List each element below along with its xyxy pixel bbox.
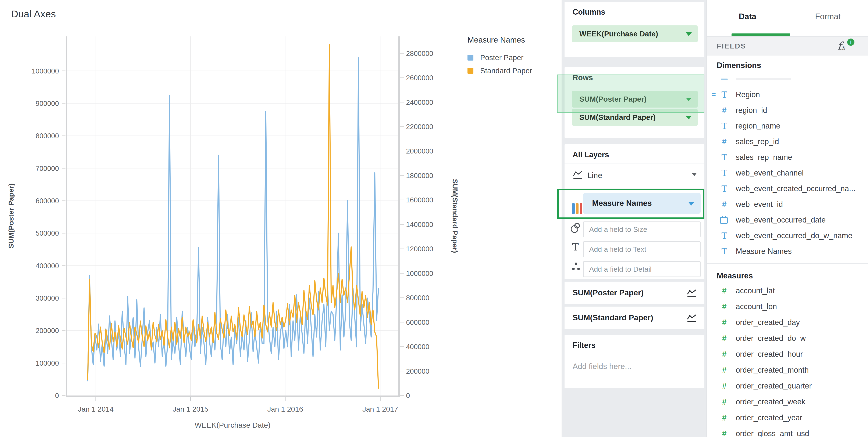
text-icon: T — [720, 153, 729, 162]
field-item-order-gloss-amt-usd[interactable]: #order_gloss_amt_usd — [707, 426, 868, 437]
field-item-web-event-channel[interactable]: Tweb_event_channel — [707, 165, 868, 181]
field-label: web_event_occurred_do_w_name — [736, 231, 852, 240]
chevron-down-icon[interactable] — [688, 202, 694, 206]
size-encoding-icon — [569, 221, 582, 234]
mark-type-select[interactable]: Line — [587, 171, 602, 180]
filters-header: Filters — [572, 341, 595, 350]
field-item-order-created-month[interactable]: #order_created_month — [707, 362, 868, 378]
field-item-account-lat[interactable]: #account_lat — [707, 283, 868, 299]
field-label: Measure Names — [736, 247, 792, 256]
detail-field-input[interactable] — [583, 261, 701, 277]
chevron-down-icon[interactable] — [686, 116, 692, 120]
number-icon: # — [720, 429, 729, 437]
pill-label: WEEK(Purchase Date) — [579, 25, 658, 42]
field-item-order-created-week[interactable]: #order_created_week — [707, 394, 868, 410]
field-label: region_id — [736, 106, 767, 115]
svg-text:100000: 100000 — [36, 359, 59, 367]
field-label: Region — [736, 90, 760, 99]
text-icon: T — [720, 168, 729, 178]
layer-field-sum-standard-paper[interactable]: SUM(Standard Paper) — [564, 307, 704, 329]
number-icon: # — [720, 302, 729, 311]
dimensions-header: Dimensions — [717, 61, 761, 70]
layer-field-label: SUM(Standard Paper) — [572, 307, 653, 329]
size-field-input[interactable] — [583, 222, 701, 237]
field-item-web-event-created-occurred-na-[interactable]: Tweb_event_created_occurred_na... — [707, 181, 868, 197]
field-item-partial[interactable] — [707, 71, 868, 87]
tab-format[interactable]: Format — [788, 0, 868, 33]
field-item-order-created-day[interactable]: #order_created_day — [707, 315, 868, 330]
legend-swatch — [467, 68, 473, 74]
legend-item[interactable]: Poster Paper — [467, 53, 557, 62]
field-item-order-created-hour[interactable]: #order_created_hour — [707, 346, 868, 362]
field-item-order-created-do-w[interactable]: #order_created_do_w — [707, 331, 868, 346]
legend-item[interactable]: Standard Paper — [467, 66, 557, 75]
text-icon: T — [720, 231, 729, 240]
field-label: order_created_week — [736, 397, 805, 406]
svg-text:500000: 500000 — [36, 229, 59, 237]
text-icon: T — [720, 90, 729, 100]
number-icon: # — [720, 413, 729, 423]
chevron-down-icon[interactable] — [692, 173, 697, 176]
svg-text:600000: 600000 — [406, 318, 429, 326]
line-chart-icon — [687, 313, 697, 323]
legend-title: Measure Names — [467, 36, 557, 44]
fields-section-label: FIELDS — [717, 37, 746, 55]
number-icon: # — [720, 318, 729, 327]
field-item-sales-rep-name[interactable]: Tsales_rep_name — [707, 149, 868, 165]
field-label: order_created_month — [736, 366, 809, 374]
field-item-web-event-id[interactable]: #web_event_id — [707, 197, 868, 212]
columns-pill-week-purchase-date[interactable]: WEEK(Purchase Date) — [572, 25, 698, 42]
all-layers-header: All Layers — [572, 150, 609, 159]
field-item-region-id[interactable]: #region_id — [707, 102, 868, 118]
section-divider — [707, 263, 868, 264]
svg-text:SUM(Standard Paper): SUM(Standard Paper) — [451, 179, 459, 253]
field-item-account-lon[interactable]: #account_lon — [707, 299, 868, 314]
field-item-measure-names[interactable]: TMeasure Names — [707, 243, 868, 259]
svg-text:700000: 700000 — [36, 165, 59, 172]
calendar-icon — [720, 215, 729, 225]
svg-text:Jan 1 2015: Jan 1 2015 — [173, 405, 208, 413]
svg-text:1400000: 1400000 — [406, 221, 433, 229]
svg-text:300000: 300000 — [36, 294, 59, 302]
svg-text:1800000: 1800000 — [406, 172, 433, 179]
tab-data[interactable]: Data — [707, 0, 788, 33]
field-label: order_created_year — [736, 413, 802, 422]
text-field-input[interactable] — [583, 241, 701, 257]
svg-text:Jan 1 2017: Jan 1 2017 — [362, 405, 398, 413]
legend: Measure Names Poster PaperStandard Paper — [467, 36, 557, 79]
svg-text:2400000: 2400000 — [406, 98, 433, 106]
detail-encoding-icon — [572, 262, 581, 271]
filters-drop-target[interactable]: Add fields here... — [572, 362, 631, 371]
legend-label: Standard Paper — [480, 66, 532, 75]
chevron-down-icon[interactable] — [686, 32, 692, 36]
field-item-order-created-quarter[interactable]: #order_created_quarter — [707, 378, 868, 394]
filters-shelf: Filters Add fields here... — [564, 335, 704, 388]
layer-field-sum-poster-paper[interactable]: SUM(Poster Paper) — [564, 281, 704, 304]
svg-text:2000000: 2000000 — [406, 147, 433, 155]
number-icon: # — [720, 137, 729, 146]
field-item-region[interactable]: =TRegion — [707, 87, 868, 102]
number-icon: # — [720, 200, 729, 209]
field-label: order_created_hour — [736, 350, 803, 359]
field-item-web-event-occurred-do-w-name[interactable]: Tweb_event_occurred_do_w_name — [707, 228, 868, 243]
field-label: web_event_created_occurred_na... — [736, 184, 855, 193]
number-icon: # — [720, 366, 729, 375]
svg-text:2800000: 2800000 — [406, 49, 433, 57]
number-icon: # — [720, 286, 729, 295]
field-item-sales-rep-id[interactable]: #sales_rep_id — [707, 134, 868, 149]
svg-text:1200000: 1200000 — [406, 245, 433, 253]
field-item-region-name[interactable]: Tregion_name — [707, 118, 868, 134]
columns-shelf-header: Columns — [572, 8, 605, 16]
field-item-order-created-year[interactable]: #order_created_year — [707, 410, 868, 426]
text-icon: T — [720, 121, 729, 131]
add-calculated-field-button[interactable]: fx + — [837, 38, 855, 54]
field-label: sales_rep_name — [736, 153, 792, 162]
rows-shelf-highlight — [557, 74, 704, 113]
svg-text:400000: 400000 — [36, 262, 59, 270]
color-pill-measure-names[interactable]: Measure Names — [583, 193, 701, 214]
field-item-web-event-occurred-date[interactable]: web_event_occurred_date — [707, 212, 868, 228]
number-icon: # — [720, 381, 729, 391]
field-label: web_event_id — [736, 200, 783, 209]
svg-text:200000: 200000 — [36, 327, 59, 335]
svg-text:2200000: 2200000 — [406, 123, 433, 131]
